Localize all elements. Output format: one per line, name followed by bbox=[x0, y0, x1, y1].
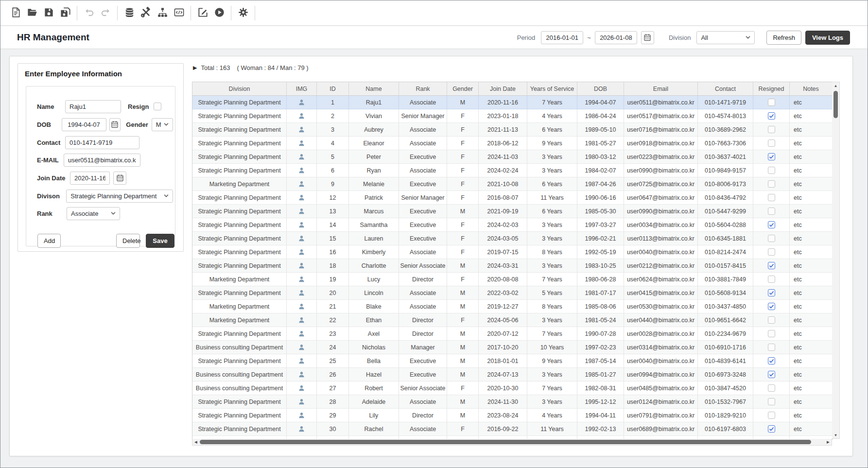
toolbar-tools-button[interactable] bbox=[138, 5, 154, 21]
resign-checkbox[interactable] bbox=[154, 103, 161, 110]
column-header-division[interactable]: Division bbox=[192, 82, 287, 96]
resigned-checkbox[interactable] bbox=[768, 412, 775, 419]
resigned-checkbox[interactable] bbox=[768, 112, 775, 120]
dob-calendar-button[interactable] bbox=[109, 118, 121, 131]
vertical-scrollbar[interactable]: ▲▼ bbox=[832, 82, 840, 439]
division-form-select[interactable]: Strategic Planning Department bbox=[66, 190, 173, 203]
column-header-years[interactable]: Years of Service bbox=[527, 82, 577, 96]
table-row[interactable]: Strategic Planning Department2VivianSeni… bbox=[192, 109, 832, 123]
add-button[interactable]: Add bbox=[37, 234, 61, 248]
vertical-scroll-thumb[interactable] bbox=[833, 91, 838, 118]
scroll-up-arrow[interactable]: ▲ bbox=[832, 82, 839, 89]
period-from-input[interactable] bbox=[541, 31, 583, 44]
column-header-contact[interactable]: Contact bbox=[698, 82, 753, 96]
resigned-checkbox[interactable] bbox=[768, 289, 775, 296]
resigned-checkbox[interactable] bbox=[768, 139, 775, 147]
table-row[interactable]: Marketing Department21BlakeAssociateM201… bbox=[192, 300, 832, 313]
resigned-checkbox[interactable] bbox=[768, 384, 775, 392]
gender-select[interactable]: M bbox=[152, 118, 173, 131]
scroll-right-arrow[interactable]: ▶ bbox=[825, 439, 832, 445]
resigned-checkbox[interactable] bbox=[768, 316, 775, 324]
horizontal-scrollbar[interactable]: ◀▶ bbox=[192, 439, 832, 446]
join-calendar-button[interactable] bbox=[113, 172, 126, 185]
toolbar-edit-button[interactable] bbox=[194, 5, 211, 21]
column-header-name[interactable]: Name bbox=[349, 82, 399, 96]
rank-select[interactable]: Associate bbox=[67, 207, 120, 220]
toolbar-database-button[interactable] bbox=[121, 5, 138, 21]
table-row[interactable]: Strategic Planning Department12PatrickSe… bbox=[192, 191, 832, 205]
resigned-checkbox[interactable] bbox=[768, 235, 775, 242]
column-header-resigned[interactable]: Resigned bbox=[753, 82, 790, 96]
delete-button[interactable]: Delete bbox=[116, 234, 140, 248]
column-header-dob[interactable]: DOB bbox=[577, 82, 624, 96]
toolbar-settings-button[interactable] bbox=[235, 5, 251, 21]
period-to-input[interactable] bbox=[595, 31, 637, 44]
toolbar-sitemap-button[interactable] bbox=[154, 5, 171, 21]
refresh-button[interactable]: Refresh bbox=[766, 31, 801, 45]
table-row[interactable]: Strategic Planning Department16KimberlyA… bbox=[192, 245, 832, 259]
column-header-gender[interactable]: Gender bbox=[447, 82, 479, 96]
toolbar-open-folder-button[interactable] bbox=[24, 5, 40, 21]
table-row[interactable]: Strategic Planning Department15LaurenExe… bbox=[192, 232, 832, 245]
toolbar-save-button[interactable] bbox=[40, 5, 57, 21]
view-logs-button[interactable]: View Logs bbox=[805, 31, 850, 45]
table-row[interactable]: Strategic Planning Department29LilyDirec… bbox=[192, 409, 832, 422]
horizontal-scroll-thumb[interactable] bbox=[200, 440, 811, 444]
scroll-down-arrow[interactable]: ▼ bbox=[832, 432, 839, 438]
save-button[interactable]: Save bbox=[146, 234, 174, 248]
table-row[interactable]: Marketing Department19LucyDirectorF2020-… bbox=[192, 273, 832, 286]
resigned-checkbox[interactable] bbox=[768, 208, 775, 215]
toolbar-undo-button[interactable] bbox=[81, 5, 97, 21]
resigned-checkbox[interactable] bbox=[768, 180, 775, 188]
resigned-checkbox[interactable] bbox=[768, 276, 775, 283]
resigned-checkbox[interactable] bbox=[768, 303, 775, 310]
table-row[interactable]: Marketing Department22EthanDirectorF2024… bbox=[192, 313, 832, 327]
resigned-checkbox[interactable] bbox=[768, 167, 775, 174]
table-row[interactable]: Strategic Planning Department6RyanAssoci… bbox=[192, 164, 832, 177]
toolbar-new-document-button[interactable] bbox=[7, 5, 24, 21]
table-row[interactable]: Business consulting Department24Nicholas… bbox=[192, 341, 832, 354]
table-row[interactable]: Strategic Planning Department4EleanorAss… bbox=[192, 137, 832, 150]
resigned-checkbox[interactable] bbox=[768, 126, 775, 133]
division-select[interactable]: All bbox=[696, 31, 755, 44]
period-calendar-button[interactable] bbox=[641, 31, 654, 44]
table-row[interactable]: Strategic Planning Department3AubreyAsso… bbox=[192, 123, 832, 137]
column-header-id[interactable]: ID bbox=[317, 82, 349, 96]
column-header-rank[interactable]: Rank bbox=[399, 82, 447, 96]
column-header-img[interactable]: IMG bbox=[287, 82, 317, 96]
join-date-input[interactable] bbox=[70, 172, 110, 185]
column-header-notes[interactable]: Notes bbox=[790, 82, 832, 96]
resigned-checkbox[interactable] bbox=[768, 221, 775, 228]
table-row[interactable]: Strategic Planning Department30RachelAss… bbox=[192, 422, 832, 436]
table-row[interactable]: Strategic Planning Department14SamanthaE… bbox=[192, 218, 832, 232]
resigned-checkbox[interactable] bbox=[768, 99, 775, 106]
email-input[interactable] bbox=[64, 154, 140, 167]
resigned-checkbox[interactable] bbox=[768, 262, 775, 269]
resigned-checkbox[interactable] bbox=[768, 248, 775, 256]
dob-input[interactable] bbox=[62, 118, 106, 131]
table-row[interactable]: Marketing Department9MelanieExecutiveF20… bbox=[192, 177, 832, 191]
table-row[interactable]: Strategic Planning Department13MarcusExe… bbox=[192, 205, 832, 218]
toolbar-run-button[interactable] bbox=[211, 5, 227, 21]
name-input[interactable] bbox=[65, 100, 121, 113]
table-row[interactable]: Strategic Planning Department25BellaExec… bbox=[192, 354, 832, 368]
scroll-left-arrow[interactable]: ◀ bbox=[192, 439, 199, 445]
resigned-checkbox[interactable] bbox=[768, 153, 775, 160]
column-header-join_date[interactable]: Join Date bbox=[479, 82, 527, 96]
table-row[interactable]: Strategic Planning Department20LincolnAs… bbox=[192, 286, 832, 300]
resigned-checkbox[interactable] bbox=[768, 344, 775, 351]
resigned-checkbox[interactable] bbox=[768, 371, 775, 378]
resigned-checkbox[interactable] bbox=[768, 425, 775, 433]
resigned-checkbox[interactable] bbox=[768, 194, 775, 201]
resigned-checkbox[interactable] bbox=[768, 357, 775, 364]
contact-input[interactable] bbox=[65, 136, 139, 149]
resigned-checkbox[interactable] bbox=[768, 398, 775, 405]
table-row[interactable]: Strategic Planning Department1Raju1Assoc… bbox=[192, 96, 832, 109]
column-header-email[interactable]: Email bbox=[624, 82, 698, 96]
toolbar-redo-button[interactable] bbox=[97, 5, 114, 21]
table-row[interactable]: Strategic Planning Department18Charlotte… bbox=[192, 259, 832, 273]
table-row[interactable]: Business consulting Department26HazelExe… bbox=[192, 368, 832, 381]
toolbar-code-button[interactable] bbox=[171, 5, 187, 21]
table-row[interactable]: Strategic Planning Department5PeterExecu… bbox=[192, 150, 832, 164]
table-row[interactable]: Business consulting Department27RobertSe… bbox=[192, 381, 832, 395]
